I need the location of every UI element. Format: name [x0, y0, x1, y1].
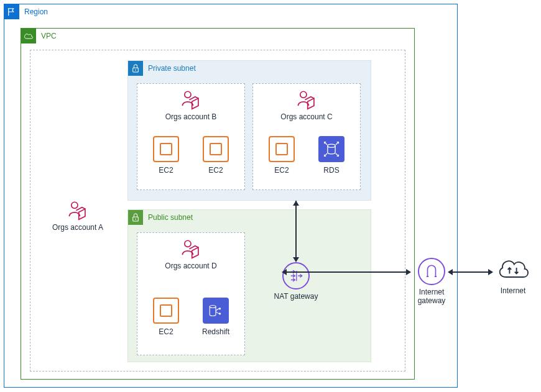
private-subnet-header: Private subnet: [128, 61, 196, 76]
vpc-cloud-icon: [21, 29, 36, 43]
private-subnet-label: Private subnet: [148, 64, 196, 73]
orgs-account-c-box: Orgs account C EC2 RDS: [252, 83, 361, 190]
orgs-account-a: Orgs account A: [47, 199, 109, 232]
svg-point-0: [72, 202, 78, 208]
svg-point-8: [185, 240, 191, 247]
internet-gateway-node: Internet gateway: [410, 258, 453, 305]
redshift-label: Redshift: [197, 327, 234, 336]
ec2-service: EC2: [197, 136, 234, 175]
ec2-icon: [203, 136, 229, 162]
nat-gateway-label: NAT gateway: [271, 292, 321, 301]
connector-nat-to-igw: [286, 271, 410, 273]
region-header: Region: [4, 4, 48, 19]
rds-service: RDS: [313, 136, 350, 175]
public-subnet-lock-icon: [128, 210, 143, 225]
connector-private-to-nat: [295, 201, 297, 262]
ec2-service: EC2: [263, 136, 300, 175]
redshift-service: Redshift: [197, 298, 234, 336]
orgs-account-d-label: Orgs account D: [137, 262, 244, 270]
region-label: Region: [24, 7, 48, 16]
orgs-account-icon: [67, 199, 88, 221]
svg-point-4: [300, 91, 307, 98]
arrow-up-icon: [293, 201, 299, 206]
svg-point-9: [210, 305, 216, 308]
internet-gateway-label: Internet gateway: [410, 288, 453, 305]
ec2-icon: [153, 136, 179, 162]
ec2-service: EC2: [147, 298, 185, 336]
rds-label: RDS: [313, 166, 350, 175]
region-box: Region VPC Orgs account A: [4, 4, 458, 388]
svg-point-5: [328, 144, 335, 147]
arrow-left-icon: [282, 269, 287, 275]
rds-icon: [318, 136, 344, 162]
vpc-box: VPC Orgs account A: [21, 28, 415, 380]
public-subnet-box: Public subnet Orgs account D EC2: [127, 209, 371, 362]
public-subnet-label: Public subnet: [148, 213, 193, 222]
ec2-label: EC2: [197, 166, 234, 175]
internet-label: Internet: [491, 286, 535, 295]
svg-point-10: [219, 308, 221, 309]
ec2-icon: [153, 298, 179, 324]
internet-node: Internet: [491, 255, 535, 295]
ec2-label: EC2: [147, 166, 185, 175]
orgs-account-icon: [296, 89, 317, 110]
redshift-icon: [203, 298, 229, 324]
public-subnet-header: Public subnet: [128, 210, 193, 225]
arrow-left-icon: [448, 269, 453, 275]
private-subnet-box: Private subnet Orgs account B EC2: [127, 60, 371, 201]
connector-igw-to-internet: [452, 271, 492, 273]
orgs-account-icon: [180, 238, 201, 259]
nat-gateway-node: NAT gateway: [271, 262, 321, 301]
availability-zone-box: Orgs account A Private subnet: [30, 50, 405, 371]
internet-cloud-icon: [496, 255, 530, 282]
nat-gateway-icon: [282, 262, 310, 289]
ec2-label: EC2: [147, 327, 185, 336]
vpc-label: VPC: [41, 32, 57, 40]
architecture-diagram: Region VPC Orgs account A: [0, 0, 541, 392]
svg-point-3: [185, 91, 191, 98]
svg-point-2: [135, 70, 136, 71]
svg-point-7: [135, 219, 136, 220]
orgs-account-icon: [180, 89, 201, 110]
internet-gateway-icon: [418, 258, 445, 285]
orgs-account-c-label: Orgs account C: [253, 112, 360, 121]
vpc-header: VPC: [21, 29, 57, 43]
orgs-account-b-label: Orgs account B: [137, 112, 244, 121]
arrow-down-icon: [293, 257, 299, 262]
orgs-account-b-box: Orgs account B EC2 EC2: [137, 83, 245, 190]
svg-point-11: [219, 312, 221, 314]
region-flag-icon: [4, 4, 19, 19]
ec2-icon: [269, 136, 295, 162]
ec2-service: EC2: [147, 136, 185, 175]
private-subnet-lock-icon: [128, 61, 143, 76]
ec2-label: EC2: [263, 166, 300, 175]
orgs-account-a-label: Orgs account A: [47, 223, 109, 232]
orgs-account-d-box: Orgs account D EC2 Redshift: [137, 232, 245, 355]
